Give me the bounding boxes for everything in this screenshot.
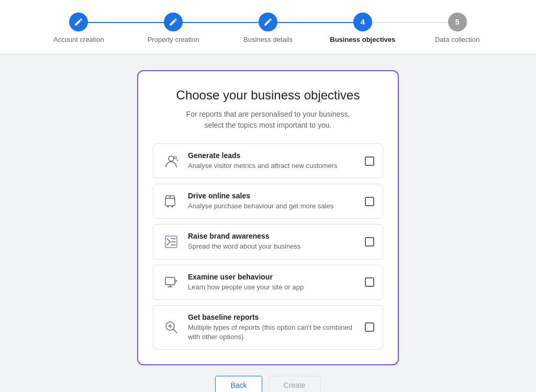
svg-line-9 [173, 329, 177, 333]
baseline-checkbox[interactable] [365, 322, 374, 332]
button-row: Back Create [215, 376, 320, 392]
svg-point-4 [168, 206, 169, 207]
baseline-icon [162, 318, 181, 337]
baseline-title: Get baseline reports [188, 313, 358, 321]
objective-user-behaviour[interactable]: Examine user behaviour Learn how people … [153, 265, 383, 300]
card-subtitle: For reports that are personalised to you… [153, 109, 383, 131]
step-circle-objectives: 4 [353, 13, 372, 31]
step-label-objectives: Business objectives [330, 36, 395, 43]
sales-desc: Analyse purchase behaviour and get more … [188, 201, 358, 211]
svg-point-1 [174, 156, 176, 159]
brand-title: Raise brand awareness [188, 232, 358, 240]
leads-desc: Analyse visitor metrics and attract new … [188, 161, 358, 171]
main-content: Choose your business objectives For repo… [0, 54, 536, 392]
brand-desc: Spread the word about your business [188, 242, 358, 251]
sales-title: Drive online sales [188, 192, 358, 200]
objective-list: Generate leads Analyse visitor metrics a… [153, 143, 383, 350]
baseline-text: Get baseline reports Multiple types of r… [188, 313, 358, 342]
step-business-objectives: 4 Business objectives [315, 13, 410, 43]
brand-icon [162, 232, 181, 251]
behaviour-checkbox[interactable] [365, 277, 374, 287]
behaviour-text: Examine user behaviour Learn how people … [188, 273, 358, 292]
step-circle-account [69, 13, 88, 31]
step-circle-business-details [259, 13, 277, 31]
svg-point-5 [172, 206, 173, 207]
step-property-creation: Property creation [126, 13, 221, 43]
create-button[interactable]: Create [269, 376, 321, 392]
step-account-creation: Account creation [31, 13, 126, 43]
stepper: Account creation Property creation Busin… [0, 0, 536, 54]
behaviour-title: Examine user behaviour [188, 273, 358, 281]
brand-checkbox[interactable] [365, 237, 374, 247]
step-label-account: Account creation [53, 36, 104, 43]
objective-brand-awareness[interactable]: Raise brand awareness Spread the word ab… [153, 224, 383, 259]
objective-baseline-reports[interactable]: Get baseline reports Multiple types of r… [153, 305, 383, 350]
sales-text: Drive online sales Analyse purchase beha… [188, 192, 358, 211]
step-business-details: Business details [221, 13, 316, 43]
brand-text: Raise brand awareness Spread the word ab… [188, 232, 358, 251]
svg-point-0 [169, 156, 174, 161]
step-data-collection: 5 Data collection [410, 13, 505, 43]
leads-title: Generate leads [188, 151, 358, 160]
back-button[interactable]: Back [215, 376, 262, 392]
behaviour-desc: Learn how people use your site or app [188, 283, 358, 292]
step-label-property: Property creation [148, 36, 199, 43]
step-circle-data: 5 [448, 13, 467, 31]
baseline-desc: Multiple types of reports (this option c… [188, 323, 358, 342]
sales-icon [162, 192, 181, 211]
step-label-data: Data collection [435, 36, 479, 43]
objectives-card: Choose your business objectives For repo… [137, 70, 399, 365]
objective-generate-leads[interactable]: Generate leads Analyse visitor metrics a… [153, 143, 383, 178]
leads-text: Generate leads Analyse visitor metrics a… [188, 151, 358, 171]
step-label-business-details: Business details [243, 36, 293, 43]
behaviour-icon [162, 273, 181, 292]
svg-rect-7 [165, 277, 175, 285]
sales-checkbox[interactable] [365, 197, 374, 206]
objective-drive-sales[interactable]: Drive online sales Analyse purchase beha… [153, 184, 383, 219]
leads-checkbox[interactable] [365, 156, 374, 166]
leads-icon [162, 152, 181, 171]
card-title: Choose your business objectives [153, 88, 383, 103]
svg-rect-2 [165, 198, 175, 206]
step-circle-property [164, 13, 183, 31]
